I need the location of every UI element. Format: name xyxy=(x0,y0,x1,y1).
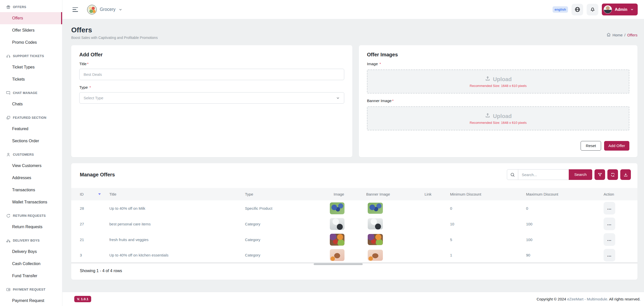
add-offer-button[interactable]: Add Offer xyxy=(604,141,629,151)
bike-icon xyxy=(6,238,11,243)
required-asterisk: * xyxy=(89,85,91,89)
banner-image-thumbnail[interactable] xyxy=(368,234,383,245)
sidebar-item-offers[interactable]: Offers xyxy=(0,12,62,24)
sidebar-section-featured: FEATURED SECTION Featured Sections Order xyxy=(0,113,62,147)
sidebar-item-view-customers[interactable]: View Customers xyxy=(0,160,62,172)
table-body: 28 Up to 40% off on Milk Specific Produc… xyxy=(71,200,637,263)
banner-image-thumbnail[interactable] xyxy=(368,218,383,229)
horizontal-scrollbar[interactable] xyxy=(314,263,363,265)
sidebar-section-offers-header: OFFERS xyxy=(0,2,62,12)
copyright-text: Copyright © 2024 eZeeMart - Multimodule.… xyxy=(537,297,640,301)
menu-icon[interactable] xyxy=(72,7,79,12)
type-select[interactable]: Select Type xyxy=(79,92,344,104)
upload-recommendation: Recommended Size: 1648 x 610 pixels xyxy=(470,121,527,125)
add-offer-heading: Add Offer xyxy=(79,52,344,58)
cell-id: 21 xyxy=(80,238,109,242)
store-switcher[interactable]: Grocery xyxy=(87,5,122,14)
cell-min-discount: 1 xyxy=(450,253,526,257)
row-actions-button[interactable]: ... xyxy=(604,218,615,230)
cell-type: Category xyxy=(245,253,334,257)
upload-label: Upload xyxy=(493,76,512,83)
bell-icon[interactable] xyxy=(587,4,598,15)
sidebar-item-featured[interactable]: Featured xyxy=(0,123,62,135)
filter-icon[interactable] xyxy=(595,169,605,180)
admin-avatar xyxy=(604,5,612,14)
offers-table: ID Title Type Image Banner Image Link Mi… xyxy=(71,188,637,265)
type-label: Type * xyxy=(79,85,344,90)
banner-image-label: Banner Image* xyxy=(367,99,629,103)
sidebar-item-transactions[interactable]: Transactions xyxy=(0,184,62,196)
search-button[interactable]: Search xyxy=(569,169,592,180)
sidebar-section-title: OFFERS xyxy=(13,5,26,9)
cell-id: 3 xyxy=(80,253,109,257)
search-icon xyxy=(507,169,518,180)
sidebar-item-wallet-transactions[interactable]: Wallet Transactions xyxy=(0,196,62,208)
cell-max-discount: 0 xyxy=(526,206,604,210)
offer-image-thumbnail[interactable] xyxy=(330,218,344,230)
offer-image-thumbnail[interactable] xyxy=(330,234,344,246)
breadcrumb-home-link[interactable]: Home xyxy=(606,32,623,38)
upload-label-row: Upload xyxy=(485,76,512,83)
sidebar-item-payment-request[interactable]: Payment Request xyxy=(0,295,62,306)
banner-image-thumbnail[interactable] xyxy=(368,203,383,214)
sidebar-section-title: CHAT MANAGE xyxy=(13,91,37,95)
sidebar-section-title: RETURN REQUESTS xyxy=(13,214,46,218)
sidebar-item-tickets[interactable]: Tickets xyxy=(0,73,62,85)
table-row: 3 Up to 40% off on kitchen essentials Ca… xyxy=(71,247,637,263)
banner-upload-dropzone[interactable]: Upload Recommended Size: 1648 x 610 pixe… xyxy=(367,106,629,130)
page-header: Offers Boost Sales with Captivating and … xyxy=(71,26,637,40)
sidebar-item-fund-transfer[interactable]: Fund Transfer xyxy=(0,270,62,282)
row-actions-button[interactable]: ... xyxy=(604,202,615,215)
breadcrumb-current: Offers xyxy=(627,33,637,37)
sidebar-item-return-requests[interactable]: Return Requests xyxy=(0,221,62,233)
search-group: Search xyxy=(507,169,592,180)
footer-brand-link[interactable]: eZeeMart - Multimodule. xyxy=(567,297,608,301)
store-logo xyxy=(87,5,97,14)
sidebar-item-delivery-boys[interactable]: Delivery Boys xyxy=(0,246,62,258)
offer-image-thumbnail[interactable] xyxy=(330,249,344,261)
offer-image-thumbnail[interactable] xyxy=(330,202,344,214)
cell-min-discount: 0 xyxy=(450,206,526,210)
store-name: Grocery xyxy=(100,7,115,12)
app-root: OFFERS Offers Offer Sliders Promo Codes … xyxy=(0,0,644,306)
offer-title-input[interactable] xyxy=(79,69,344,80)
sort-desc-icon xyxy=(98,193,101,195)
card-icon xyxy=(6,287,11,292)
admin-menu-button[interactable]: Admin xyxy=(602,4,638,15)
sidebar-item-chats[interactable]: Chats xyxy=(0,98,62,110)
sidebar-item-sections-order[interactable]: Sections Order xyxy=(0,135,62,147)
download-icon[interactable] xyxy=(620,169,631,180)
sidebar-item-addresses[interactable]: Addresses xyxy=(0,172,62,184)
page-subtitle: Boost Sales with Captivating and Profita… xyxy=(71,36,158,40)
required-asterisk: * xyxy=(87,62,89,66)
sidebar-section-featured-header: FEATURED SECTION xyxy=(0,113,62,123)
column-header-id[interactable]: ID xyxy=(80,192,109,196)
search-input[interactable] xyxy=(518,169,569,180)
add-offer-card: Add Offer Title* Type * Select Type xyxy=(71,45,352,157)
image-upload-dropzone[interactable]: Upload Recommended Size: 1648 x 610 pixe… xyxy=(367,69,629,93)
headset-icon xyxy=(6,54,11,58)
page-content: Offers Boost Sales with Captivating and … xyxy=(62,19,644,292)
sidebar-section-customers: CUSTOMERS View Customers Addresses Trans… xyxy=(0,150,62,208)
globe-icon[interactable] xyxy=(572,4,583,15)
sidebar-section-payment-request-header: PAYMENT REQUEST xyxy=(0,285,62,295)
sidebar-section-title: PAYMENT REQUEST xyxy=(13,288,45,291)
table-header-row: ID Title Type Image Banner Image Link Mi… xyxy=(71,188,637,200)
cell-max-discount: 100 xyxy=(526,238,604,242)
table-row: 21 fresh fruits and veggies Category 5 1… xyxy=(71,232,637,247)
row-actions-button[interactable]: ... xyxy=(604,249,615,262)
column-header-max-discount: Maximum Discount xyxy=(526,192,604,196)
topbar: Grocery english Admin xyxy=(62,0,644,19)
sidebar-item-ticket-types[interactable]: Ticket Types xyxy=(0,61,62,73)
cell-min-discount: 10 xyxy=(450,222,526,226)
sidebar-item-offer-sliders[interactable]: Offer Sliders xyxy=(0,24,62,36)
manage-offers-card: Manage Offers Search xyxy=(71,163,637,280)
table-row-count: Showing 1 - 4 of 4 rows xyxy=(80,269,637,273)
reset-button[interactable]: Reset xyxy=(581,141,601,151)
column-header-type: Type xyxy=(245,192,334,196)
row-actions-button[interactable]: ... xyxy=(604,233,615,246)
sidebar-item-cash-collection[interactable]: Cash Collection xyxy=(0,258,62,270)
sidebar-item-promo-codes[interactable]: Promo Codes xyxy=(0,36,62,49)
refresh-icon[interactable] xyxy=(607,169,618,180)
banner-image-thumbnail[interactable] xyxy=(368,250,383,261)
